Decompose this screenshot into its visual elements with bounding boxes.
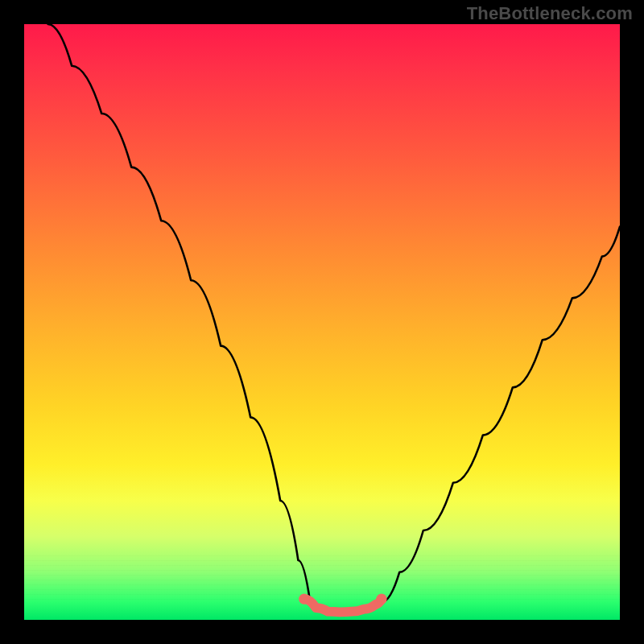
- valley-right-dot-icon: [376, 593, 386, 604]
- valley-floor-curve: [304, 599, 382, 612]
- chart-frame: TheBottleneck.com: [0, 0, 644, 644]
- curve-layer: [24, 24, 620, 620]
- left-branch-curve: [48, 24, 311, 602]
- watermark-text: TheBottleneck.com: [467, 3, 633, 24]
- right-branch-curve: [382, 227, 620, 602]
- valley-left-dot-icon: [299, 593, 309, 604]
- plot-area: [24, 24, 620, 620]
